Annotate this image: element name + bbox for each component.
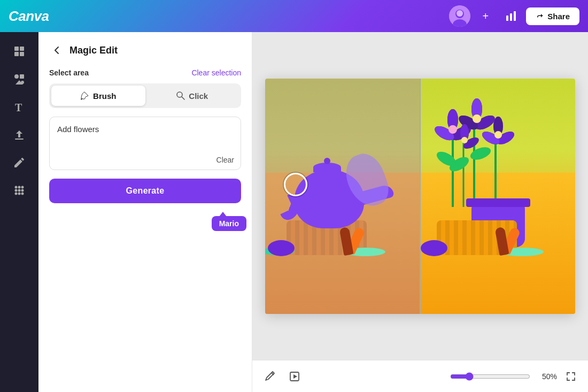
svg-rect-16 — [15, 139, 24, 140]
clear-prompt-button[interactable]: Clear — [216, 156, 234, 164]
sidebar-item-apps[interactable] — [6, 178, 32, 203]
flowers-svg — [426, 89, 528, 212]
canva-logo: Canva — [9, 8, 49, 25]
svg-point-23 — [15, 193, 18, 195]
bottom-toolbar: 50% — [252, 360, 588, 392]
svg-point-11 — [14, 74, 19, 79]
right-canvas-panel — [420, 79, 575, 314]
select-area-label: Select area — [49, 68, 89, 77]
header-right: + Share — [449, 5, 579, 27]
play-button[interactable] — [285, 367, 304, 386]
svg-point-24 — [18, 193, 21, 195]
header: Canva + Share — [0, 0, 588, 32]
prompt-input[interactable]: Add flowers — [57, 125, 233, 157]
svg-point-19 — [21, 186, 24, 189]
svg-point-21 — [18, 189, 21, 192]
brush-click-row: Brush Click — [49, 83, 241, 108]
svg-rect-12 — [20, 74, 24, 79]
panel: Magic Edit Select area Clear selection B… — [38, 32, 252, 392]
svg-point-46 — [473, 114, 481, 123]
svg-point-14 — [21, 81, 24, 84]
svg-point-57 — [461, 137, 468, 143]
analytics-button[interactable] — [500, 5, 522, 27]
clear-selection-button[interactable]: Clear selection — [191, 68, 241, 77]
sidebar-item-elements[interactable] — [6, 66, 32, 92]
edit-tool-button[interactable] — [261, 367, 279, 386]
svg-point-18 — [18, 186, 21, 189]
generate-btn-wrapper: Generate Mario — [49, 179, 241, 203]
expand-button[interactable] — [562, 368, 579, 385]
zoom-slider-area: 50% — [450, 368, 579, 385]
split-image — [265, 79, 575, 314]
left-canvas-panel — [265, 79, 420, 314]
share-button[interactable]: Share — [526, 7, 579, 25]
svg-point-3 — [457, 10, 463, 17]
svg-point-53 — [494, 131, 502, 139]
svg-rect-4 — [506, 16, 508, 21]
sidebar-item-upload[interactable] — [6, 122, 32, 148]
svg-rect-5 — [510, 13, 512, 21]
svg-point-32 — [469, 144, 492, 162]
zoom-label: 50% — [536, 372, 557, 381]
select-area-row: Select area Clear selection — [49, 68, 241, 77]
svg-point-39 — [448, 125, 457, 134]
svg-point-17 — [15, 186, 18, 189]
left-sidebar: T — [0, 32, 38, 392]
panel-title: Magic Edit — [69, 45, 118, 56]
svg-point-20 — [15, 189, 18, 192]
svg-rect-7 — [14, 47, 19, 51]
svg-point-22 — [21, 189, 24, 192]
svg-rect-9 — [14, 52, 19, 56]
sidebar-item-text[interactable]: T — [6, 94, 32, 120]
click-mode-button[interactable]: Click — [145, 86, 239, 106]
svg-rect-8 — [20, 47, 24, 51]
svg-marker-60 — [293, 374, 297, 379]
prompt-container: Add flowers Clear — [49, 117, 241, 170]
back-button[interactable] — [49, 43, 64, 58]
avatar — [449, 5, 470, 27]
svg-point-25 — [21, 193, 24, 195]
panel-header: Magic Edit — [49, 43, 241, 58]
plus-button[interactable]: + — [475, 5, 496, 27]
sidebar-item-draw[interactable] — [6, 150, 32, 175]
generate-button[interactable]: Generate — [49, 179, 241, 203]
svg-rect-10 — [20, 52, 24, 56]
mario-tooltip: Mario — [212, 216, 246, 231]
zoom-slider[interactable] — [450, 372, 530, 381]
sidebar-item-layout[interactable] — [6, 39, 32, 64]
svg-text:T: T — [15, 102, 22, 113]
brush-mode-button[interactable]: Brush — [51, 86, 145, 106]
canvas-area — [252, 32, 588, 360]
svg-rect-6 — [514, 11, 516, 21]
